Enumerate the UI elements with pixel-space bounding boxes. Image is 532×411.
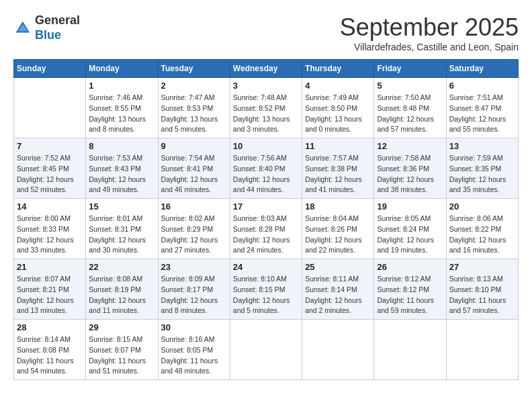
calendar-cell: 27Sunrise: 8:13 AMSunset: 8:10 PMDayligh… xyxy=(446,259,518,320)
day-number: 14 xyxy=(17,201,83,212)
day-info: Sunrise: 8:15 AMSunset: 8:07 PMDaylight:… xyxy=(89,334,154,377)
subtitle: Villardefrades, Castille and Leon, Spain xyxy=(340,42,519,52)
day-info: Sunrise: 8:11 AMSunset: 8:14 PMDaylight:… xyxy=(305,274,371,316)
calendar-cell: 13Sunrise: 7:59 AMSunset: 8:35 PMDayligh… xyxy=(446,138,518,199)
day-number: 17 xyxy=(233,201,299,212)
calendar-cell: 3Sunrise: 7:48 AMSunset: 8:52 PMDaylight… xyxy=(230,78,302,138)
day-info: Sunrise: 8:10 AMSunset: 8:15 PMDaylight:… xyxy=(233,274,299,316)
header-day: Wednesday xyxy=(230,60,302,78)
day-info: Sunrise: 7:47 AMSunset: 8:53 PMDaylight:… xyxy=(161,93,227,135)
day-number: 1 xyxy=(89,81,154,91)
calendar-week: 7Sunrise: 7:52 AMSunset: 8:45 PMDaylight… xyxy=(14,138,519,199)
day-number: 3 xyxy=(233,81,299,91)
calendar-cell: 16Sunrise: 8:02 AMSunset: 8:29 PMDayligh… xyxy=(158,199,230,259)
day-number: 4 xyxy=(305,81,371,91)
calendar-cell: 24Sunrise: 8:10 AMSunset: 8:15 PMDayligh… xyxy=(230,259,302,320)
calendar-table: SundayMondayTuesdayWednesdayThursdayFrid… xyxy=(13,59,519,380)
day-number: 11 xyxy=(305,141,371,151)
header-row: SundayMondayTuesdayWednesdayThursdayFrid… xyxy=(14,60,519,78)
calendar-cell xyxy=(302,320,374,380)
day-info: Sunrise: 8:06 AMSunset: 8:22 PMDaylight:… xyxy=(449,214,515,256)
calendar-cell: 23Sunrise: 8:09 AMSunset: 8:17 PMDayligh… xyxy=(158,259,230,320)
calendar-cell: 20Sunrise: 8:06 AMSunset: 8:22 PMDayligh… xyxy=(446,199,518,259)
calendar-header: SundayMondayTuesdayWednesdayThursdayFrid… xyxy=(14,60,519,78)
day-info: Sunrise: 8:05 AMSunset: 8:24 PMDaylight:… xyxy=(377,214,443,256)
logo-icon xyxy=(13,19,32,38)
month-title: September 2025 xyxy=(340,13,519,42)
day-info: Sunrise: 8:12 AMSunset: 8:12 PMDaylight:… xyxy=(377,274,443,316)
day-info: Sunrise: 8:02 AMSunset: 8:29 PMDaylight:… xyxy=(161,214,227,256)
logo-text: General Blue xyxy=(35,13,80,42)
header-day: Saturday xyxy=(446,60,518,78)
calendar-cell: 14Sunrise: 8:00 AMSunset: 8:33 PMDayligh… xyxy=(14,199,86,259)
calendar-cell: 2Sunrise: 7:47 AMSunset: 8:53 PMDaylight… xyxy=(158,78,230,138)
calendar-cell: 30Sunrise: 8:16 AMSunset: 8:05 PMDayligh… xyxy=(158,320,230,380)
day-number: 15 xyxy=(89,201,154,212)
day-info: Sunrise: 8:01 AMSunset: 8:31 PMDaylight:… xyxy=(89,214,154,256)
header-day: Monday xyxy=(86,60,158,78)
day-number: 19 xyxy=(377,201,443,212)
day-info: Sunrise: 7:53 AMSunset: 8:43 PMDaylight:… xyxy=(89,153,154,195)
header-day: Sunday xyxy=(14,60,86,78)
page-header: General Blue September 2025 Villardefrad… xyxy=(13,13,519,52)
calendar-body: 1Sunrise: 7:46 AMSunset: 8:55 PMDaylight… xyxy=(14,78,519,380)
calendar-cell: 9Sunrise: 7:54 AMSunset: 8:41 PMDaylight… xyxy=(158,138,230,199)
day-info: Sunrise: 7:52 AMSunset: 8:45 PMDaylight:… xyxy=(17,153,83,195)
day-number: 24 xyxy=(233,262,299,272)
day-info: Sunrise: 8:04 AMSunset: 8:26 PMDaylight:… xyxy=(305,214,371,256)
calendar-cell: 7Sunrise: 7:52 AMSunset: 8:45 PMDaylight… xyxy=(14,138,86,199)
day-number: 13 xyxy=(449,141,515,151)
calendar-cell: 5Sunrise: 7:50 AMSunset: 8:48 PMDaylight… xyxy=(374,78,446,138)
calendar-cell: 11Sunrise: 7:57 AMSunset: 8:38 PMDayligh… xyxy=(302,138,374,199)
calendar-cell: 4Sunrise: 7:49 AMSunset: 8:50 PMDaylight… xyxy=(302,78,374,138)
day-number: 21 xyxy=(17,262,83,272)
calendar-cell: 17Sunrise: 8:03 AMSunset: 8:28 PMDayligh… xyxy=(230,199,302,259)
day-info: Sunrise: 7:48 AMSunset: 8:52 PMDaylight:… xyxy=(233,93,299,135)
day-info: Sunrise: 8:09 AMSunset: 8:17 PMDaylight:… xyxy=(161,274,227,316)
header-day: Friday xyxy=(374,60,446,78)
calendar-cell: 19Sunrise: 8:05 AMSunset: 8:24 PMDayligh… xyxy=(374,199,446,259)
day-info: Sunrise: 7:50 AMSunset: 8:48 PMDaylight:… xyxy=(377,93,443,135)
day-info: Sunrise: 8:14 AMSunset: 8:08 PMDaylight:… xyxy=(17,334,83,377)
day-info: Sunrise: 7:57 AMSunset: 8:38 PMDaylight:… xyxy=(305,153,371,195)
day-number: 23 xyxy=(161,262,227,272)
calendar-cell xyxy=(230,320,302,380)
day-number: 30 xyxy=(161,322,227,332)
day-info: Sunrise: 7:49 AMSunset: 8:50 PMDaylight:… xyxy=(305,93,371,135)
day-number: 18 xyxy=(305,201,371,212)
day-info: Sunrise: 8:08 AMSunset: 8:19 PMDaylight:… xyxy=(89,274,154,316)
title-block: September 2025 Villardefrades, Castille … xyxy=(340,13,519,52)
calendar-cell: 18Sunrise: 8:04 AMSunset: 8:26 PMDayligh… xyxy=(302,199,374,259)
day-number: 8 xyxy=(89,141,154,151)
calendar-cell: 28Sunrise: 8:14 AMSunset: 8:08 PMDayligh… xyxy=(14,320,86,380)
day-info: Sunrise: 8:13 AMSunset: 8:10 PMDaylight:… xyxy=(449,274,515,316)
day-info: Sunrise: 8:07 AMSunset: 8:21 PMDaylight:… xyxy=(17,274,83,316)
calendar-cell xyxy=(374,320,446,380)
day-number: 27 xyxy=(449,262,515,272)
day-number: 7 xyxy=(17,141,83,151)
calendar-cell: 29Sunrise: 8:15 AMSunset: 8:07 PMDayligh… xyxy=(86,320,158,380)
calendar-cell: 25Sunrise: 8:11 AMSunset: 8:14 PMDayligh… xyxy=(302,259,374,320)
day-info: Sunrise: 8:03 AMSunset: 8:28 PMDaylight:… xyxy=(233,214,299,256)
day-number: 16 xyxy=(161,201,227,212)
calendar-week: 21Sunrise: 8:07 AMSunset: 8:21 PMDayligh… xyxy=(14,259,519,320)
calendar-week: 1Sunrise: 7:46 AMSunset: 8:55 PMDaylight… xyxy=(14,78,519,138)
calendar-cell xyxy=(446,320,518,380)
day-number: 28 xyxy=(17,322,83,332)
day-info: Sunrise: 7:58 AMSunset: 8:36 PMDaylight:… xyxy=(377,153,443,195)
day-number: 10 xyxy=(233,141,299,151)
day-number: 5 xyxy=(377,81,443,91)
day-number: 25 xyxy=(305,262,371,272)
logo: General Blue xyxy=(13,13,80,42)
day-info: Sunrise: 7:51 AMSunset: 8:47 PMDaylight:… xyxy=(449,93,515,135)
calendar-cell: 10Sunrise: 7:56 AMSunset: 8:40 PMDayligh… xyxy=(230,138,302,199)
day-info: Sunrise: 7:59 AMSunset: 8:35 PMDaylight:… xyxy=(449,153,515,195)
day-info: Sunrise: 7:46 AMSunset: 8:55 PMDaylight:… xyxy=(89,93,154,135)
day-number: 6 xyxy=(449,81,515,91)
day-number: 22 xyxy=(89,262,154,272)
calendar-cell: 21Sunrise: 8:07 AMSunset: 8:21 PMDayligh… xyxy=(14,259,86,320)
calendar-cell: 15Sunrise: 8:01 AMSunset: 8:31 PMDayligh… xyxy=(86,199,158,259)
day-info: Sunrise: 8:16 AMSunset: 8:05 PMDaylight:… xyxy=(161,334,227,377)
calendar-week: 28Sunrise: 8:14 AMSunset: 8:08 PMDayligh… xyxy=(14,320,519,380)
day-info: Sunrise: 7:54 AMSunset: 8:41 PMDaylight:… xyxy=(161,153,227,195)
